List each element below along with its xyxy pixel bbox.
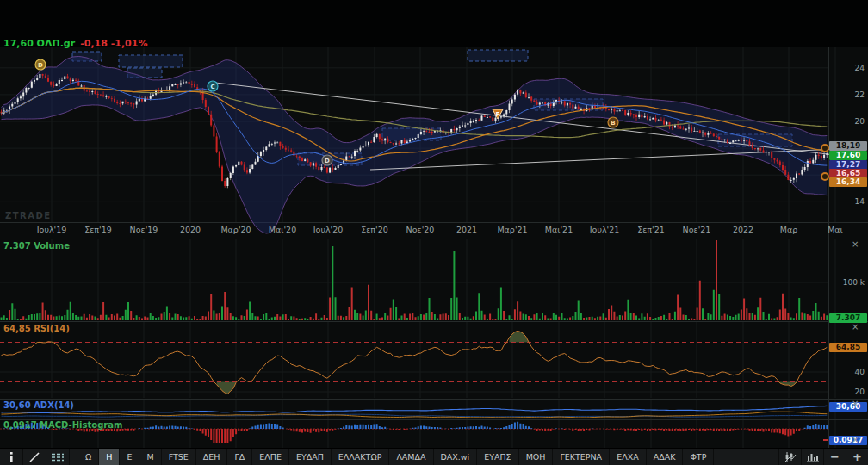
tab-ΜΟΗ[interactable]: ΜΟΗ [519, 449, 554, 465]
tab-ΕΛΛΑΚΤΩΡ[interactable]: ΕΛΛΑΚΤΩΡ [332, 449, 390, 465]
close-volume-panel-icon[interactable]: × [852, 240, 859, 249]
close-macd-panel-icon[interactable]: × [852, 436, 859, 444]
tab-ΔΕΗ[interactable]: ΔΕΗ [196, 449, 228, 465]
close-adx-panel-icon[interactable]: × [852, 400, 859, 408]
svg-text:B: B [611, 120, 615, 127]
tab-ΕΥΔΑΠ[interactable]: ΕΥΔΑΠ [289, 449, 332, 465]
tab-ΓΔ[interactable]: ΓΔ [227, 449, 252, 465]
tab-ΕΛΠΕ[interactable]: ΕΛΠΕ [252, 449, 289, 465]
zoom-in-button[interactable]: + [846, 449, 868, 465]
tab-FTSE[interactable]: FTSE [162, 449, 196, 465]
chart-stack[interactable]: DCDFB 17,60 ΟΛΠ.gr-0,18 -1,01% ZTRADE 7.… [0, 0, 868, 449]
zoom-out-button[interactable]: − [823, 449, 846, 465]
trading-app-window: DCDFB 17,60 ΟΛΠ.gr-0,18 -1,01% ZTRADE 7.… [0, 0, 868, 465]
watchlist-icon[interactable] [46, 449, 70, 465]
tab-DAX.wi[interactable]: DAX.wi [434, 449, 478, 465]
tab-Η[interactable]: Η [99, 449, 120, 465]
toolbar-right-icons: − + [778, 449, 868, 465]
tab-Ε[interactable]: Ε [120, 449, 140, 465]
info-icon[interactable] [0, 449, 23, 465]
draw-pencil-icon[interactable] [23, 449, 46, 465]
svg-text:D: D [38, 62, 43, 69]
tab-ΓΕΚΤΕΡΝΑ[interactable]: ΓΕΚΤΕΡΝΑ [553, 449, 610, 465]
tab-ΦΤΡ[interactable]: ΦΤΡ [683, 449, 714, 465]
tab-Ω[interactable]: Ω [78, 449, 99, 465]
histogram-view-icon[interactable] [801, 449, 823, 465]
svg-text:D: D [325, 158, 330, 164]
symbol-tabs: ΩΗΕΜFTSEΔΕΗΓΔΕΛΠΕΕΥΔΑΠΕΛΛΑΚΤΩΡΛΑΜΔΑDAX.w… [78, 449, 714, 465]
chart-canvas[interactable]: DCDFB [0, 0, 868, 449]
svg-text:F: F [496, 111, 500, 118]
svg-text:C: C [210, 84, 214, 90]
close-rsi-panel-icon[interactable]: × [852, 323, 859, 332]
bottom-toolbar: ΩΗΕΜFTSEΔΕΗΓΔΕΛΠΕΕΥΔΑΠΕΛΛΑΚΤΩΡΛΑΜΔΑDAX.w… [0, 448, 868, 465]
tab-ΛΑΜΔΑ[interactable]: ΛΑΜΔΑ [389, 449, 433, 465]
tab-Μ[interactable]: Μ [140, 449, 161, 465]
candlestick-view-icon[interactable] [778, 449, 801, 465]
tab-ΕΥΑΠΣ[interactable]: ΕΥΑΠΣ [477, 449, 518, 465]
tab-ΑΔΑΚ[interactable]: ΑΔΑΚ [647, 449, 684, 465]
tab-ΕΛΧΑ[interactable]: ΕΛΧΑ [610, 449, 647, 465]
